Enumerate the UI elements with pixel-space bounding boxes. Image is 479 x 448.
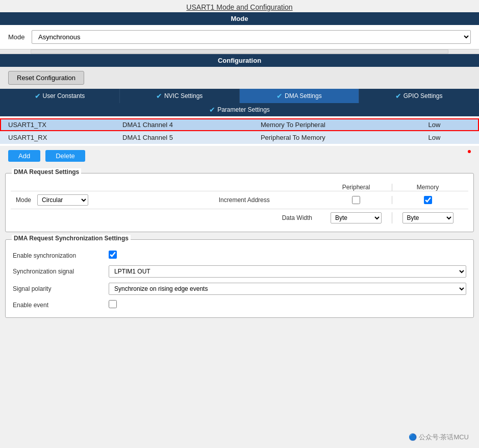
peripheral-col-header: Peripheral (320, 184, 392, 191)
mode-row-left: Mode Circular Normal (16, 194, 168, 206)
mode-select[interactable]: Asynchronous (32, 30, 471, 44)
tab-gpio-check: ✔ (395, 92, 401, 100)
action-buttons: Add Delete (0, 146, 479, 166)
peripheral-width-cell: Byte Half Word Word (320, 212, 392, 223)
delete-button[interactable]: Delete (45, 150, 85, 162)
tab-user-constants[interactable]: ✔ User Constants (0, 89, 120, 103)
mode-section: Mode Mode Asynchronous (0, 12, 479, 54)
sync-signal-label: Synchronization signal (13, 268, 105, 275)
tab-user-constants-label: User Constants (43, 92, 85, 99)
enable-event-row: Enable event (11, 297, 468, 312)
sync-signal-control: LPTIM1 OUT LPTIM2 OUT TIM1 TRIG (109, 265, 466, 278)
enable-sync-checkbox[interactable] (109, 251, 117, 259)
tab-gpio-settings[interactable]: ✔ GPIO Settings (359, 89, 479, 103)
enable-event-checkbox[interactable] (109, 300, 117, 308)
memory-increment-cell (392, 196, 463, 204)
reset-bar: Reset Configuration (0, 67, 479, 89)
dma-row1-col1: USART1_TX (0, 118, 114, 131)
tab-gpio-label: GPIO Settings (404, 92, 443, 99)
sync-signal-select[interactable]: LPTIM1 OUT LPTIM2 OUT TIM1 TRIG (109, 265, 466, 278)
dma-row2-col2: DMA1 Channel 5 (114, 131, 253, 144)
dma-request-settings-legend: DMA Request Settings (12, 168, 81, 176)
watermark: 🔵 公众号·茶话MCU (409, 433, 469, 442)
data-width-label: Data Width (16, 214, 320, 221)
signal-polarity-select[interactable]: Synchronize on rising edge events Synchr… (109, 283, 466, 295)
config-section: Configuration Reset Configuration ✔ User… (0, 54, 479, 116)
memory-col-header: Memory (392, 184, 463, 191)
watermark-icon: 🔵 (409, 433, 417, 441)
tab-nvic-settings[interactable]: ✔ NVIC Settings (120, 89, 240, 103)
tab-user-constants-check: ✔ (35, 92, 41, 100)
dma-row2-col1: USART1_RX (0, 131, 114, 144)
signal-polarity-label: Signal polarity (13, 285, 105, 292)
tab-dma-check: ✔ (276, 92, 283, 100)
param-tab-label: Parameter Settings (217, 106, 270, 113)
sync-settings-section: DMA Request Synchronization Settings Ena… (5, 239, 474, 318)
peripheral-increment-checkbox[interactable] (352, 196, 360, 204)
mode-dropdown-label: Mode (16, 196, 34, 204)
dma-row1-col4: Low (420, 118, 479, 131)
mode-dropdown[interactable]: Circular Normal (37, 194, 88, 206)
enable-event-checkbox-cell (109, 300, 117, 310)
sync-signal-row: Synchronization signal LPTIM1 OUT LPTIM2… (11, 263, 468, 280)
signal-polarity-control: Synchronize on rising edge events Synchr… (109, 283, 466, 295)
peripheral-increment-cell (320, 196, 392, 204)
dma-row1-col2: DMA1 Channel 4 (114, 118, 253, 131)
enable-sync-label: Enable synchronization (13, 252, 105, 259)
mode-label: Mode (8, 33, 27, 41)
param-tab-row[interactable]: ✔ Parameter Settings (0, 103, 479, 116)
dma-table-container: USART1_TX DMA1 Channel 4 Memory To Perip… (0, 116, 479, 146)
title-bar: USART1 Mode and Configuration (0, 0, 479, 12)
tab-nvic-label: NVIC Settings (164, 92, 203, 99)
tab-dma-settings[interactable]: ✔ DMA Settings (240, 89, 360, 103)
enable-sync-checkbox-cell (109, 251, 117, 260)
table-row[interactable]: USART1_RX DMA1 Channel 5 Peripheral To M… (0, 131, 479, 144)
increment-address-label: Increment Address (168, 196, 321, 204)
dma-row2-col4: Low (420, 131, 479, 144)
dma-request-settings-section: DMA Request Settings Peripheral Memory M… (5, 173, 474, 232)
sync-settings-legend: DMA Request Synchronization Settings (12, 235, 131, 242)
mode-header: Mode (0, 12, 479, 25)
mode-row: Mode Asynchronous (0, 25, 479, 49)
tab-nvic-check: ✔ (156, 92, 162, 100)
param-tab-check: ✔ (209, 106, 215, 114)
enable-sync-row: Enable synchronization (11, 248, 468, 263)
enable-event-label: Enable event (13, 302, 105, 309)
memory-width-select[interactable]: Byte Half Word Word (402, 212, 453, 223)
peripheral-width-select[interactable]: Byte Half Word Word (331, 212, 382, 223)
reset-config-button[interactable]: Reset Configuration (8, 71, 84, 85)
add-button[interactable]: Add (8, 150, 40, 162)
watermark-text: 公众号·茶话MCU (419, 433, 469, 441)
dma-row1-col3: Memory To Peripheral (253, 118, 420, 131)
signal-polarity-row: Signal polarity Synchronize on rising ed… (11, 280, 468, 297)
dma-row2-col3: Peripheral To Memory (253, 131, 420, 144)
red-dot-indicator (468, 150, 471, 153)
data-width-row: Data Width Byte Half Word Word Byte Half… (11, 209, 468, 227)
table-row[interactable]: USART1_TX DMA1 Channel 4 Memory To Perip… (0, 118, 479, 131)
col-headers: Peripheral Memory (11, 182, 468, 191)
tabs-row: ✔ User Constants ✔ NVIC Settings ✔ DMA S… (0, 89, 479, 103)
tab-dma-label: DMA Settings (285, 92, 322, 99)
memory-width-cell: Byte Half Word Word (392, 212, 463, 223)
config-header: Configuration (0, 54, 479, 67)
page-title: USART1 Mode and Configuration (186, 3, 292, 11)
memory-increment-checkbox[interactable] (424, 196, 432, 204)
mode-increment-row: Mode Circular Normal Increment Address (11, 191, 468, 209)
